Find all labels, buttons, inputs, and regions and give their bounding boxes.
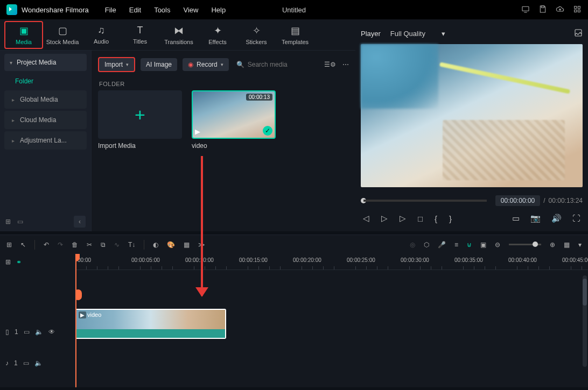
volume-icon[interactable]: 🔊 (551, 214, 562, 223)
display-mode-icon[interactable]: ▭ (512, 214, 520, 223)
prev-frame-icon[interactable]: ◁ (363, 214, 369, 223)
import-media-tile[interactable]: + Import Media (98, 90, 182, 150)
zoom-out-icon[interactable]: ⊖ (495, 241, 500, 249)
timeline-clip[interactable]: video (75, 309, 226, 339)
play-forward-icon[interactable]: ▷ (400, 214, 406, 223)
audio-track-header[interactable]: ♪1 ▭ 🔈 (0, 355, 75, 371)
stop-icon[interactable]: □ (418, 214, 423, 223)
lock-icon[interactable]: ▭ (24, 328, 30, 336)
mixer-icon[interactable]: ≡ (454, 241, 458, 249)
titlebar: Wondershare Filmora File Edit Tools View… (0, 0, 588, 19)
sidebar-cloud-media[interactable]: Cloud Media (4, 111, 87, 129)
timeline-menu-icon[interactable]: ▾ (578, 241, 582, 249)
tab-audio[interactable]: ♫Audio (82, 21, 121, 49)
folder-label[interactable]: Folder (0, 73, 91, 89)
color-icon[interactable]: ◐ (153, 241, 158, 249)
cloud-upload-icon[interactable] (556, 5, 564, 15)
sidebar-global-media[interactable]: Global Media (4, 90, 87, 109)
tab-stickers[interactable]: ✧Stickers (237, 21, 276, 49)
main-menu: File Edit Tools View Help (105, 6, 226, 14)
zoom-in-icon[interactable]: ⊕ (550, 241, 555, 249)
scrub-bar[interactable]: 00:00:00:00 / 00:00:13:24 (361, 195, 583, 207)
video-track[interactable]: video (75, 303, 588, 336)
tab-media[interactable]: ▣Media (4, 21, 43, 49)
redo-icon[interactable]: ↷ (58, 241, 63, 249)
video-track-header[interactable]: ▯1 ▭ 🔈 👁 (0, 324, 75, 340)
tab-titles[interactable]: TTitles (121, 21, 159, 49)
more-icon[interactable]: ⋯ (342, 61, 349, 68)
frame-icon[interactable]: ▣ (480, 241, 486, 249)
menu-tools[interactable]: Tools (154, 6, 170, 14)
timeline-view-icon[interactable]: ▦ (564, 241, 570, 249)
text-icon[interactable]: T↓ (128, 241, 135, 249)
menu-file[interactable]: File (105, 6, 116, 14)
folder-icon[interactable]: ▭ (17, 218, 23, 225)
filter-icon[interactable]: ☰⚙ (324, 61, 336, 68)
magnet-icon[interactable]: ⊍ (467, 241, 472, 249)
media-content: Import▾ AI Image ◉Record▾ 🔍 ☰⚙ ⋯ FOLDER (92, 51, 355, 231)
quality-select[interactable]: Full Quality▾ (390, 30, 445, 38)
import-media-label: Import Media (98, 142, 182, 150)
playhead[interactable] (75, 254, 76, 387)
marker-icon[interactable]: ◎ (410, 241, 415, 249)
adjustment-icon[interactable]: ▦ (184, 241, 190, 249)
display-icon[interactable] (521, 5, 530, 15)
speed-icon[interactable]: ∿ (114, 241, 120, 249)
menu-view[interactable]: View (183, 6, 198, 14)
menu-help[interactable]: Help (211, 6, 226, 14)
mark-in-icon[interactable]: { (435, 214, 437, 223)
ruler-tick: 00:00:35:00 (454, 257, 483, 263)
audio-icon: ♫ (97, 25, 105, 36)
timeline-tracks[interactable]: 00:0000:00:05:0000:00:10:0000:00:15:0000… (75, 254, 588, 387)
zoom-slider[interactable] (509, 244, 541, 245)
preview-viewport[interactable] (361, 44, 583, 187)
camera-icon[interactable]: 📷 (530, 214, 541, 223)
link-icon[interactable]: ⚭ (16, 258, 22, 266)
lock-icon[interactable]: ▭ (23, 359, 29, 367)
delete-icon[interactable]: 🗑 (72, 241, 78, 249)
shield-icon[interactable]: ⬡ (424, 241, 429, 249)
mark-out-icon[interactable]: } (449, 214, 452, 223)
sidebar-adjustment-layer[interactable]: Adjustment La... (4, 131, 87, 150)
ai-image-button[interactable]: AI Image (141, 58, 177, 71)
mute-icon[interactable]: 🔈 (34, 359, 43, 367)
new-folder-icon[interactable]: ⊞ (5, 218, 11, 225)
undo-icon[interactable]: ↶ (44, 241, 49, 249)
timeline: ⊞ ⚭ ▯1 ▭ 🔈 👁 ♪1 ▭ 🔈 00:0000:00:05:0000:0… (0, 254, 588, 387)
visibility-icon[interactable]: 👁 (48, 328, 55, 336)
palette-icon[interactable]: 🎨 (167, 241, 175, 249)
tab-effects[interactable]: ✦Effects (198, 21, 237, 49)
media-thumbnail-video[interactable]: 00:00:13 ▶ ✓ video (192, 90, 276, 150)
add-track-icon[interactable]: ⊞ (5, 258, 11, 266)
project-media-header[interactable]: Project Media (4, 54, 87, 71)
svg-rect-4 (575, 10, 577, 12)
media-sidebar: Project Media Folder Global Media Cloud … (0, 51, 92, 231)
cut-icon[interactable]: ✂ (87, 241, 92, 249)
workspace-tabs: ▣Media ▢Stock Media ♫Audio TTitles ⧓Tran… (0, 19, 355, 51)
timeline-scrollbar[interactable] (583, 275, 587, 367)
time-ruler[interactable]: 00:0000:00:05:0000:00:10:0000:00:15:0000… (75, 254, 588, 270)
import-button[interactable]: Import▾ (98, 57, 135, 72)
save-icon[interactable] (538, 5, 547, 15)
tab-transitions[interactable]: ⧓Transitions (159, 21, 198, 49)
tab-templates[interactable]: ▤Templates (276, 21, 314, 49)
chevron-down-icon: ▾ (221, 62, 223, 67)
tab-stock-media[interactable]: ▢Stock Media (43, 21, 82, 49)
layout-icon[interactable]: ⊞ (6, 241, 12, 249)
mic-icon[interactable]: 🎤 (438, 241, 446, 249)
record-button[interactable]: ◉Record▾ (183, 58, 229, 71)
apps-icon[interactable] (573, 5, 582, 15)
mute-icon[interactable]: 🔈 (35, 328, 43, 336)
snapshot-icon[interactable] (574, 29, 583, 39)
play-overlay-icon: ▶ (195, 127, 200, 136)
crop-icon[interactable]: ⧉ (101, 241, 106, 249)
menu-edit[interactable]: Edit (129, 6, 141, 14)
play-icon[interactable]: ▷ (381, 214, 388, 223)
search-input[interactable] (248, 61, 312, 68)
folder-section-header: FOLDER (99, 81, 349, 87)
audio-track[interactable] (75, 336, 588, 368)
select-tool-icon[interactable]: ↖ (20, 241, 26, 249)
collapse-sidebar-icon[interactable]: ‹ (74, 216, 86, 228)
stock-icon: ▢ (58, 25, 67, 37)
fullscreen-icon[interactable]: ⛶ (572, 214, 580, 223)
